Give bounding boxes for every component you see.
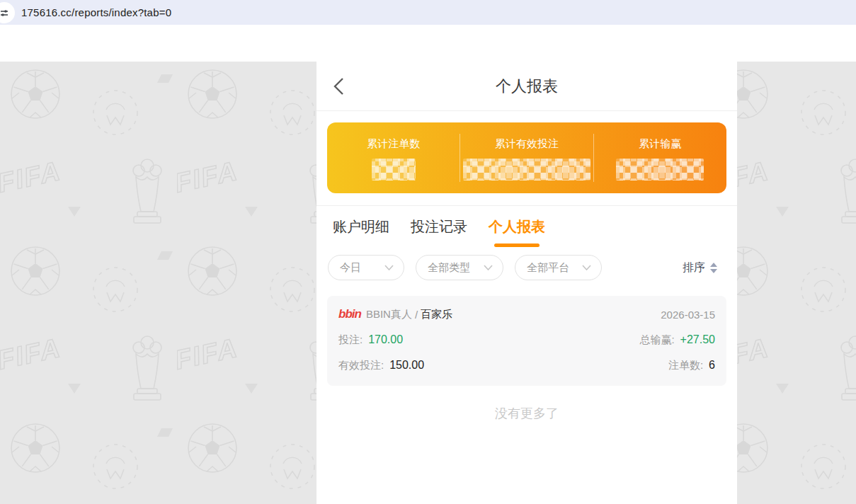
stat-label: 累计有效投注 [460,137,593,151]
url-text[interactable]: 175616.cc/reports/index?tab=0 [21,6,171,18]
tab-bar: 账户明细 投注记录 个人报表 [316,206,737,247]
summary-card: 累计注单数 累计有效投注 累计输赢 [327,122,726,193]
stat-total-bets: 累计注单数 [327,122,460,193]
sort-control[interactable]: 排序 [683,260,717,275]
stat-valid-bets: 累计有效投注 [460,122,593,193]
back-button[interactable] [333,76,346,96]
valid-bet-value: 150.00 [389,359,424,372]
report-row: 有效投注: 150.00 注单数: 6 [338,359,715,372]
tab-personal-report[interactable]: 个人报表 [489,217,545,247]
bet-count-value: 6 [709,359,715,372]
valid-bet-amount: 有效投注: 150.00 [338,359,424,372]
bet-count: 注单数: 6 [668,359,715,372]
app-header: 个人报表 [316,62,737,111]
bet-label: 投注: [338,333,363,347]
separator: / [415,309,418,321]
tab-label: 账户明细 [333,219,389,234]
bet-amount: 投注: 170.00 [338,333,403,347]
report-list-item[interactable]: bbin BBIN真人 / 百家乐 2026-03-15 投注: 170.00 … [327,296,726,386]
dropdown-label: 全部平台 [527,261,569,275]
sort-label: 排序 [683,260,705,275]
report-row: 投注: 170.00 总输赢: +27.50 [338,333,715,347]
bet-count-label: 注单数: [668,359,703,372]
tab-label: 投注记录 [411,219,467,234]
masked-value [616,159,704,181]
tab-bet-records[interactable]: 投注记录 [411,217,467,247]
date-filter-dropdown[interactable]: 今日 [328,255,404,280]
winloss-value: +27.50 [680,333,715,346]
chevron-down-icon [484,265,493,270]
platform-filter-dropdown[interactable]: 全部平台 [515,255,602,280]
filter-bar: 今日 全部类型 全部平台 排序 [316,247,737,289]
app-panel: 个人报表 累计注单数 累计有效投注 累计输赢 [316,62,737,504]
type-filter-dropdown[interactable]: 全部类型 [416,255,503,280]
browser-url-bar[interactable]: 175616.cc/reports/index?tab=0 [0,0,856,25]
browser-gap [0,25,856,62]
stat-label: 累计输赢 [594,137,726,151]
bbin-logo: bbin [338,307,361,321]
sort-arrows-icon [710,263,717,273]
dropdown-label: 全部类型 [428,261,470,275]
masked-value [463,159,590,181]
dropdown-label: 今日 [340,261,361,275]
summary-section: 累计注单数 累计有效投注 累计输赢 [316,111,737,206]
valid-bet-label: 有效投注: [338,359,384,372]
report-date: 2026-03-15 [661,309,715,321]
provider-name: BBIN真人 [366,308,412,321]
active-tab-underline [494,244,540,247]
stat-label: 累计注单数 [327,137,460,151]
chevron-down-icon [582,265,591,270]
site-info-button[interactable] [0,2,15,23]
report-item-header: bbin BBIN真人 / 百家乐 2026-03-15 [338,307,715,321]
page-background: FIFA [0,62,856,504]
masked-value [372,159,416,181]
no-more-text: 没有更多了 [316,386,737,422]
tune-icon [0,8,8,17]
chevron-left-icon [333,77,344,96]
winloss-label: 总输赢: [639,333,674,347]
bet-value: 170.00 [368,333,403,346]
tab-label: 个人报表 [489,219,545,234]
game-name: 百家乐 [421,308,452,321]
page-title: 个人报表 [316,62,737,111]
stat-winloss: 累计输赢 [594,122,726,193]
chevron-down-icon [384,265,394,270]
tab-account-detail[interactable]: 账户明细 [333,217,389,247]
total-winloss: 总输赢: +27.50 [639,333,715,347]
